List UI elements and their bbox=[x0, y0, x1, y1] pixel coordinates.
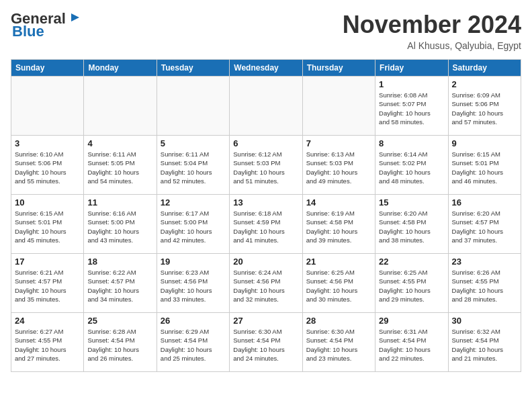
weekday-header-sunday: Sunday bbox=[11, 60, 84, 77]
calendar-cell: 8Sunrise: 6:14 AM Sunset: 5:02 PM Daylig… bbox=[375, 136, 448, 195]
calendar-cell bbox=[157, 77, 229, 136]
weekday-header-saturday: Saturday bbox=[448, 60, 521, 77]
day-number: 4 bbox=[87, 138, 152, 148]
day-info: Sunrise: 6:29 AM Sunset: 4:54 PM Dayligh… bbox=[161, 327, 226, 363]
calendar-cell: 15Sunrise: 6:20 AM Sunset: 4:58 PM Dayli… bbox=[375, 195, 448, 254]
calendar-cell: 22Sunrise: 6:25 AM Sunset: 4:55 PM Dayli… bbox=[375, 254, 448, 313]
weekday-header-monday: Monday bbox=[84, 60, 157, 77]
week-row-3: 10Sunrise: 6:15 AM Sunset: 5:01 PM Dayli… bbox=[11, 195, 521, 254]
page-header: General Blue November 2024 Al Khusus, Qa… bbox=[11, 11, 521, 51]
calendar-cell: 24Sunrise: 6:27 AM Sunset: 4:55 PM Dayli… bbox=[11, 313, 84, 372]
month-title: November 2024 bbox=[343, 11, 521, 39]
day-number: 3 bbox=[15, 138, 80, 148]
title-block: November 2024 Al Khusus, Qalyubia, Egypt bbox=[343, 11, 521, 51]
calendar-cell: 2Sunrise: 6:09 AM Sunset: 5:06 PM Daylig… bbox=[448, 77, 521, 136]
day-number: 1 bbox=[379, 79, 444, 89]
day-info: Sunrise: 6:17 AM Sunset: 5:00 PM Dayligh… bbox=[161, 209, 226, 244]
day-number: 13 bbox=[233, 197, 298, 208]
logo-arrow-icon bbox=[69, 11, 82, 24]
calendar-cell: 10Sunrise: 6:15 AM Sunset: 5:01 PM Dayli… bbox=[11, 195, 84, 254]
day-number: 24 bbox=[15, 316, 80, 326]
logo-blue: Blue bbox=[12, 23, 44, 40]
day-info: Sunrise: 6:19 AM Sunset: 4:58 PM Dayligh… bbox=[306, 209, 371, 244]
calendar-cell: 27Sunrise: 6:30 AM Sunset: 4:54 PM Dayli… bbox=[230, 313, 302, 372]
day-number: 9 bbox=[452, 138, 517, 148]
day-number: 25 bbox=[87, 316, 152, 326]
day-info: Sunrise: 6:13 AM Sunset: 5:03 PM Dayligh… bbox=[306, 150, 371, 185]
day-info: Sunrise: 6:28 AM Sunset: 4:54 PM Dayligh… bbox=[87, 327, 152, 363]
calendar-cell: 11Sunrise: 6:16 AM Sunset: 5:00 PM Dayli… bbox=[84, 195, 157, 254]
weekday-header-thursday: Thursday bbox=[302, 60, 375, 77]
calendar-cell bbox=[84, 77, 157, 136]
location: Al Khusus, Qalyubia, Egypt bbox=[343, 40, 521, 51]
day-info: Sunrise: 6:20 AM Sunset: 4:57 PM Dayligh… bbox=[452, 209, 517, 244]
calendar-cell: 17Sunrise: 6:21 AM Sunset: 4:57 PM Dayli… bbox=[11, 254, 84, 313]
calendar-cell bbox=[230, 77, 302, 136]
day-info: Sunrise: 6:15 AM Sunset: 5:01 PM Dayligh… bbox=[452, 150, 517, 185]
calendar-cell: 30Sunrise: 6:32 AM Sunset: 4:54 PM Dayli… bbox=[448, 313, 521, 372]
calendar-cell: 4Sunrise: 6:11 AM Sunset: 5:05 PM Daylig… bbox=[84, 136, 157, 195]
day-number: 11 bbox=[87, 197, 152, 208]
calendar-cell: 20Sunrise: 6:24 AM Sunset: 4:56 PM Dayli… bbox=[230, 254, 302, 313]
svg-marker-0 bbox=[71, 13, 79, 21]
logo: General Blue bbox=[11, 11, 82, 39]
calendar-cell: 16Sunrise: 6:20 AM Sunset: 4:57 PM Dayli… bbox=[448, 195, 521, 254]
day-info: Sunrise: 6:25 AM Sunset: 4:55 PM Dayligh… bbox=[379, 268, 444, 304]
calendar-table: SundayMondayTuesdayWednesdayThursdayFrid… bbox=[11, 59, 521, 372]
calendar-cell: 13Sunrise: 6:18 AM Sunset: 4:59 PM Dayli… bbox=[230, 195, 302, 254]
calendar-cell: 21Sunrise: 6:25 AM Sunset: 4:56 PM Dayli… bbox=[302, 254, 375, 313]
day-info: Sunrise: 6:11 AM Sunset: 5:04 PM Dayligh… bbox=[161, 150, 226, 185]
calendar-cell: 6Sunrise: 6:12 AM Sunset: 5:03 PM Daylig… bbox=[230, 136, 302, 195]
day-number: 17 bbox=[15, 257, 80, 267]
calendar-cell: 18Sunrise: 6:22 AM Sunset: 4:57 PM Dayli… bbox=[84, 254, 157, 313]
calendar-cell: 29Sunrise: 6:31 AM Sunset: 4:54 PM Dayli… bbox=[375, 313, 448, 372]
calendar-cell: 9Sunrise: 6:15 AM Sunset: 5:01 PM Daylig… bbox=[448, 136, 521, 195]
weekday-header-wednesday: Wednesday bbox=[230, 60, 302, 77]
day-number: 16 bbox=[452, 197, 517, 208]
calendar-cell bbox=[302, 77, 375, 136]
day-info: Sunrise: 6:09 AM Sunset: 5:06 PM Dayligh… bbox=[452, 91, 517, 126]
day-info: Sunrise: 6:11 AM Sunset: 5:05 PM Dayligh… bbox=[87, 150, 152, 185]
day-info: Sunrise: 6:26 AM Sunset: 4:55 PM Dayligh… bbox=[452, 268, 517, 304]
week-row-1: 1Sunrise: 6:08 AM Sunset: 5:07 PM Daylig… bbox=[11, 77, 521, 136]
day-info: Sunrise: 6:21 AM Sunset: 4:57 PM Dayligh… bbox=[15, 268, 80, 304]
day-number: 29 bbox=[379, 316, 444, 326]
day-info: Sunrise: 6:12 AM Sunset: 5:03 PM Dayligh… bbox=[233, 150, 298, 185]
weekday-header-friday: Friday bbox=[375, 60, 448, 77]
day-number: 18 bbox=[87, 257, 152, 267]
week-row-4: 17Sunrise: 6:21 AM Sunset: 4:57 PM Dayli… bbox=[11, 254, 521, 313]
calendar-cell: 7Sunrise: 6:13 AM Sunset: 5:03 PM Daylig… bbox=[302, 136, 375, 195]
calendar-cell: 1Sunrise: 6:08 AM Sunset: 5:07 PM Daylig… bbox=[375, 77, 448, 136]
calendar-cell: 26Sunrise: 6:29 AM Sunset: 4:54 PM Dayli… bbox=[157, 313, 229, 372]
day-info: Sunrise: 6:20 AM Sunset: 4:58 PM Dayligh… bbox=[379, 209, 444, 244]
calendar-cell: 28Sunrise: 6:30 AM Sunset: 4:54 PM Dayli… bbox=[302, 313, 375, 372]
day-number: 21 bbox=[306, 257, 371, 267]
day-number: 12 bbox=[161, 197, 226, 208]
day-number: 10 bbox=[15, 197, 80, 208]
day-number: 15 bbox=[379, 197, 444, 208]
day-number: 2 bbox=[452, 79, 517, 89]
calendar-cell bbox=[11, 77, 84, 136]
day-number: 22 bbox=[379, 257, 444, 267]
day-info: Sunrise: 6:08 AM Sunset: 5:07 PM Dayligh… bbox=[379, 91, 444, 126]
calendar-cell: 5Sunrise: 6:11 AM Sunset: 5:04 PM Daylig… bbox=[157, 136, 229, 195]
day-number: 14 bbox=[306, 197, 371, 208]
weekday-header-row: SundayMondayTuesdayWednesdayThursdayFrid… bbox=[11, 60, 521, 77]
day-info: Sunrise: 6:16 AM Sunset: 5:00 PM Dayligh… bbox=[87, 209, 152, 244]
day-info: Sunrise: 6:22 AM Sunset: 4:57 PM Dayligh… bbox=[87, 268, 152, 304]
day-number: 6 bbox=[233, 138, 298, 148]
calendar-cell: 14Sunrise: 6:19 AM Sunset: 4:58 PM Dayli… bbox=[302, 195, 375, 254]
day-number: 7 bbox=[306, 138, 371, 148]
day-number: 20 bbox=[233, 257, 298, 267]
day-number: 28 bbox=[306, 316, 371, 326]
day-info: Sunrise: 6:25 AM Sunset: 4:56 PM Dayligh… bbox=[306, 268, 371, 304]
day-info: Sunrise: 6:24 AM Sunset: 4:56 PM Dayligh… bbox=[233, 268, 298, 304]
week-row-5: 24Sunrise: 6:27 AM Sunset: 4:55 PM Dayli… bbox=[11, 313, 521, 372]
calendar-cell: 12Sunrise: 6:17 AM Sunset: 5:00 PM Dayli… bbox=[157, 195, 229, 254]
day-info: Sunrise: 6:10 AM Sunset: 5:06 PM Dayligh… bbox=[15, 150, 80, 185]
day-info: Sunrise: 6:30 AM Sunset: 4:54 PM Dayligh… bbox=[233, 327, 298, 363]
day-number: 23 bbox=[452, 257, 517, 267]
day-info: Sunrise: 6:30 AM Sunset: 4:54 PM Dayligh… bbox=[306, 327, 371, 363]
day-info: Sunrise: 6:15 AM Sunset: 5:01 PM Dayligh… bbox=[15, 209, 80, 244]
calendar-cell: 3Sunrise: 6:10 AM Sunset: 5:06 PM Daylig… bbox=[11, 136, 84, 195]
